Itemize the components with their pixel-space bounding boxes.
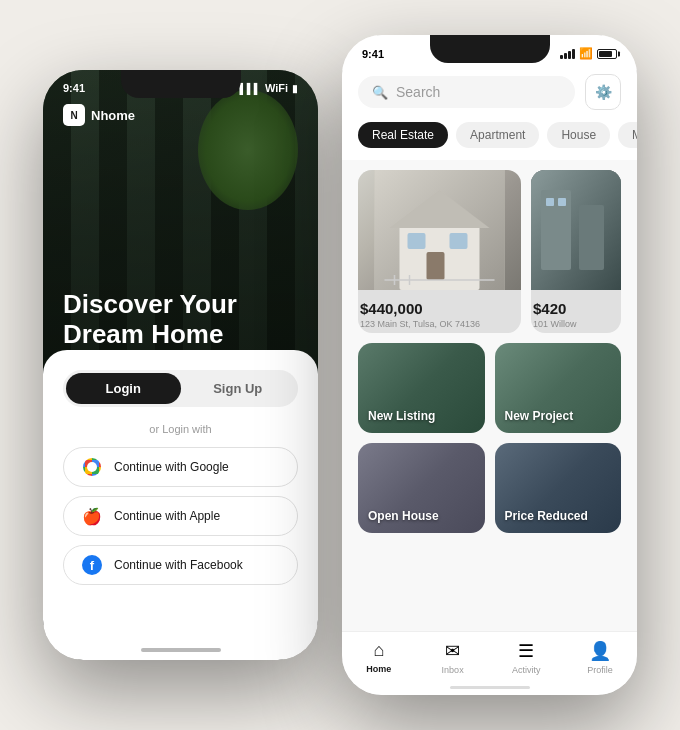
svg-rect-12 <box>541 190 571 270</box>
activity-nav-label: Activity <box>512 665 541 675</box>
logo-icon: N <box>63 104 85 126</box>
profile-nav-icon: 👤 <box>589 640 611 662</box>
hero-text: Discover YourDream Home <box>63 290 237 350</box>
inbox-nav-icon: ✉ <box>445 640 460 662</box>
wifi-icon: 📶 <box>579 47 593 60</box>
google-login-button[interactable]: Continue with Google <box>63 447 298 487</box>
filter-button[interactable]: ⚙️ <box>585 74 621 110</box>
home-indicator <box>141 648 221 652</box>
new-project-label: New Project <box>505 409 574 423</box>
bar2 <box>564 53 567 59</box>
category-motel[interactable]: Motel <box>618 122 637 148</box>
svg-rect-4 <box>408 233 426 249</box>
property-card-1[interactable]: $440,000 123 Main St, Tulsa, OK 74136 <box>358 170 521 333</box>
new-listing-bg: New Listing <box>358 343 485 433</box>
search-bar: 🔍 Search ⚙️ <box>342 66 637 122</box>
property-info-2: $420 101 Willow <box>531 290 621 333</box>
open-house-bg: Open House <box>358 443 485 533</box>
property-info-1: $440,000 123 Main St, Tulsa, OK 74136 <box>358 290 521 333</box>
battery-fill <box>599 51 612 57</box>
filter-icon: ⚙️ <box>595 84 612 100</box>
property-address-1: 123 Main St, Tulsa, OK 74136 <box>360 319 519 329</box>
svg-rect-5 <box>450 233 468 249</box>
facebook-login-button[interactable]: f Continue with Facebook <box>63 545 298 585</box>
google-icon <box>82 457 102 477</box>
search-input-wrap[interactable]: 🔍 Search <box>358 76 575 108</box>
search-icon: 🔍 <box>372 85 388 100</box>
wifi-icon: WiFi <box>265 82 288 94</box>
apple-login-button[interactable]: 🍎 Continue with Apple <box>63 496 298 536</box>
category-grid: New Listing New Project Open House Price… <box>358 343 621 533</box>
nav-home[interactable]: ⌂ Home <box>342 640 416 675</box>
login-background: 9:41 ▌▌▌ WiFi ▮ N Nhome Discover YourDre… <box>43 70 318 380</box>
auth-tabs: Login Sign Up <box>63 370 298 407</box>
or-divider: or Login with <box>63 423 298 435</box>
open-house-label: Open House <box>368 509 439 523</box>
category-tabs: Real Estate Apartment House Motel <box>342 122 637 160</box>
logo-text: Nhome <box>91 108 135 123</box>
apple-label: Continue with Apple <box>114 509 220 523</box>
house-svg <box>358 170 521 290</box>
signal-icon: ▌▌▌ <box>240 83 261 94</box>
battery-icon <box>597 49 617 59</box>
new-project-card[interactable]: New Project <box>495 343 622 433</box>
activity-nav-icon: ☰ <box>518 640 534 662</box>
home-nav-label: Home <box>366 664 391 674</box>
login-sheet: Login Sign Up or Login with Continue wit… <box>43 350 318 660</box>
login-tab[interactable]: Login <box>66 373 181 404</box>
bar1 <box>560 55 563 59</box>
category-apartment[interactable]: Apartment <box>456 122 539 148</box>
profile-nav-label: Profile <box>587 665 613 675</box>
app-logo: N Nhome <box>43 94 318 136</box>
property-address-2: 101 Willow <box>533 319 619 329</box>
status-bar: 9:41 ▌▌▌ WiFi ▮ <box>43 70 318 94</box>
search-placeholder: Search <box>396 84 440 100</box>
nav-profile[interactable]: 👤 Profile <box>563 640 637 675</box>
google-label: Continue with Google <box>114 460 229 474</box>
login-phone: 9:41 ▌▌▌ WiFi ▮ N Nhome Discover YourDre… <box>43 70 318 660</box>
listings-scroll: $440,000 123 Main St, Tulsa, OK 74136 <box>342 160 637 543</box>
facebook-icon: f <box>82 555 102 575</box>
property-price-1: $440,000 <box>360 294 519 319</box>
category-real-estate[interactable]: Real Estate <box>358 122 448 148</box>
status-icons: ▌▌▌ WiFi ▮ <box>240 82 298 94</box>
price-reduced-card[interactable]: Price Reduced <box>495 443 622 533</box>
property-price-2: $420 <box>533 294 619 319</box>
category-house[interactable]: House <box>547 122 610 148</box>
battery-icon: ▮ <box>292 83 298 94</box>
nav-inbox[interactable]: ✉ Inbox <box>416 640 490 675</box>
property-card-2[interactable]: $420 101 Willow <box>531 170 621 333</box>
new-listing-card[interactable]: New Listing <box>358 343 485 433</box>
listings-time: 9:41 <box>362 48 384 60</box>
nav-activity[interactable]: ☰ Activity <box>490 640 564 675</box>
apple-icon: 🍎 <box>82 506 102 526</box>
svg-rect-6 <box>427 252 445 280</box>
facebook-label: Continue with Facebook <box>114 558 243 572</box>
listings-home-indicator <box>450 686 530 689</box>
bar3 <box>568 51 571 59</box>
listings-phone: 9:41 📶 🔍 Search ⚙️ <box>342 35 637 695</box>
svg-rect-13 <box>579 205 604 270</box>
listings-status-bar: 9:41 📶 <box>342 35 637 66</box>
property-cards-row: $440,000 123 Main St, Tulsa, OK 74136 <box>358 170 621 333</box>
new-project-bg: New Project <box>495 343 622 433</box>
bar4 <box>572 49 575 59</box>
time: 9:41 <box>63 82 85 94</box>
new-listing-label: New Listing <box>368 409 435 423</box>
signup-tab[interactable]: Sign Up <box>181 373 296 404</box>
svg-rect-14 <box>546 198 554 206</box>
signal-bars <box>560 49 575 59</box>
hero-title: Discover YourDream Home <box>63 290 237 350</box>
svg-rect-15 <box>558 198 566 206</box>
property-image-2 <box>531 170 621 290</box>
price-reduced-label: Price Reduced <box>505 509 588 523</box>
inbox-nav-label: Inbox <box>442 665 464 675</box>
property-image-1 <box>358 170 521 290</box>
building-svg <box>531 170 621 290</box>
price-reduced-bg: Price Reduced <box>495 443 622 533</box>
open-house-card[interactable]: Open House <box>358 443 485 533</box>
home-nav-icon: ⌂ <box>373 640 384 661</box>
status-icons-right: 📶 <box>560 47 617 60</box>
